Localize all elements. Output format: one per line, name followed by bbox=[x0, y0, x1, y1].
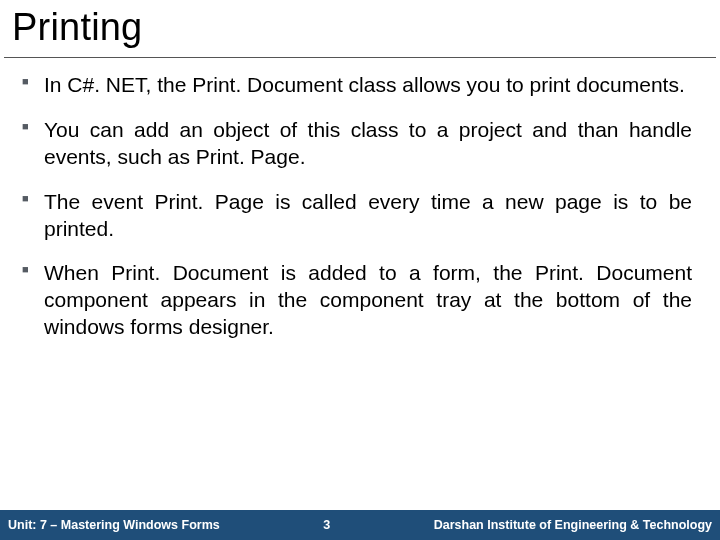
bullet-list: In C#. NET, the Print. Document class al… bbox=[44, 72, 692, 341]
bullet-item: In C#. NET, the Print. Document class al… bbox=[44, 72, 692, 99]
slide: Printing In C#. NET, the Print. Document… bbox=[0, 0, 720, 540]
bullet-item: The event Print. Page is called every ti… bbox=[44, 189, 692, 243]
title-block: Printing bbox=[0, 0, 720, 55]
footer-page: 3 bbox=[220, 518, 434, 532]
bullet-item: When Print. Document is added to a form,… bbox=[44, 260, 692, 341]
slide-title: Printing bbox=[12, 6, 708, 49]
bullet-item: You can add an object of this class to a… bbox=[44, 117, 692, 171]
footer-org: Darshan Institute of Engineering & Techn… bbox=[434, 518, 712, 532]
content-area: In C#. NET, the Print. Document class al… bbox=[0, 58, 720, 540]
footer-bar: Unit: 7 – Mastering Windows Forms 3 Dars… bbox=[0, 510, 720, 540]
footer-unit: Unit: 7 – Mastering Windows Forms bbox=[8, 518, 220, 532]
